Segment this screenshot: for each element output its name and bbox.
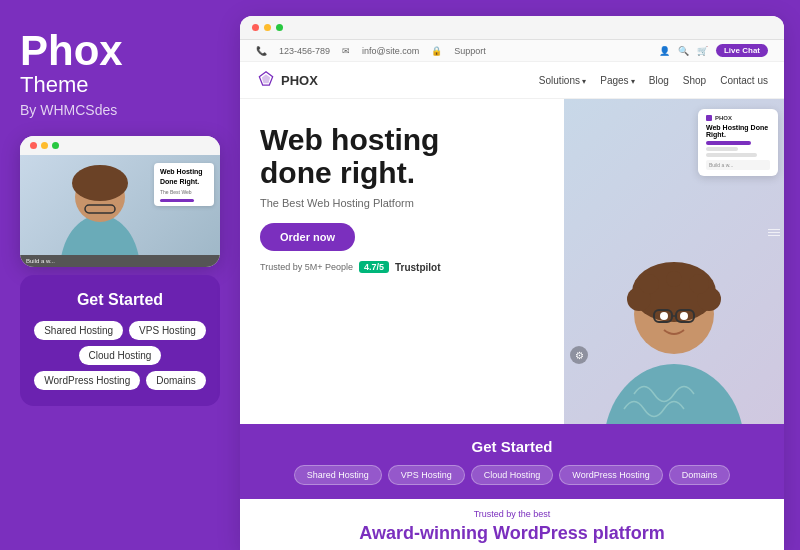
hero-heading-line1: Web hosting bbox=[260, 123, 439, 156]
phone-icon: 📞 bbox=[256, 46, 267, 56]
award-trusted-label: Trusted by the best bbox=[260, 509, 764, 519]
search-icon[interactable]: 🔍 bbox=[678, 46, 689, 56]
bar-2 bbox=[706, 147, 738, 151]
hero-heading-line2: done right. bbox=[260, 156, 415, 189]
order-now-button[interactable]: Order now bbox=[260, 223, 355, 251]
right-get-started-section: Get Started Shared Hosting VPS Hosting C… bbox=[240, 424, 784, 499]
left-get-started-card: Get Started Shared Hosting VPS Hosting C… bbox=[20, 275, 220, 406]
support-icon: 🔒 bbox=[431, 46, 442, 56]
site-nav-main: PHOX Solutions Pages Blog Shop Contact u… bbox=[240, 62, 784, 99]
trustpilot-label: Trustpilot bbox=[395, 262, 441, 273]
browser-dot-yellow bbox=[264, 24, 271, 31]
award-title: Award-winning WordPress platform bbox=[260, 523, 764, 544]
nav-contact[interactable]: Contact us bbox=[720, 75, 768, 86]
floating-card-icon bbox=[706, 115, 712, 121]
floating-card-heading: Web Hosting Done Right. bbox=[706, 124, 770, 138]
tag-shared-hosting[interactable]: Shared Hosting bbox=[34, 321, 123, 340]
floating-build-text: Build a w... bbox=[706, 160, 770, 170]
hero-left: Web hosting done right. The Best Web Hos… bbox=[240, 99, 564, 424]
hero-person-svg bbox=[564, 224, 784, 424]
browser-content: 📞 123-456-789 ✉ info@site.com 🔒 Support … bbox=[240, 40, 784, 550]
right-get-started-title: Get Started bbox=[260, 438, 764, 455]
browser-dot-green bbox=[276, 24, 283, 31]
svg-point-2 bbox=[72, 165, 128, 201]
site-logo: PHOX bbox=[256, 70, 318, 90]
bar-3 bbox=[706, 153, 757, 157]
award-title-part2: WordPress bbox=[493, 523, 588, 543]
trust-score: 4.7/5 bbox=[359, 261, 389, 273]
award-title-part1: Award-winning bbox=[359, 523, 493, 543]
svg-marker-5 bbox=[262, 74, 270, 83]
svg-point-13 bbox=[689, 274, 709, 294]
phone-overlay-heading: Web Hosting Done Right. bbox=[160, 167, 208, 187]
phone-overlay-sub: The Best Web bbox=[160, 189, 208, 196]
dot-red bbox=[30, 142, 37, 149]
tag-domains[interactable]: Domains bbox=[146, 371, 205, 390]
tag-vps-hosting[interactable]: VPS Hosting bbox=[129, 321, 206, 340]
phone-text-overlay: Web Hosting Done Right. The Best Web bbox=[154, 163, 214, 206]
left-get-started-title: Get Started bbox=[34, 291, 206, 309]
gs-tag-domains[interactable]: Domains bbox=[669, 465, 731, 485]
email-icon: ✉ bbox=[342, 46, 350, 56]
bar-1 bbox=[706, 141, 751, 145]
browser-dot-red bbox=[252, 24, 259, 31]
svg-point-12 bbox=[639, 274, 659, 294]
site-hero: Web hosting done right. The Best Web Hos… bbox=[240, 99, 784, 424]
floating-ui-card: PHOX Web Hosting Done Right. Build a w..… bbox=[698, 109, 778, 176]
left-panel: Phox Theme By WHMCSdes Web Hosting Done … bbox=[0, 0, 240, 550]
svg-point-14 bbox=[666, 271, 682, 287]
svg-point-15 bbox=[660, 312, 668, 320]
gs-tag-vps[interactable]: VPS Hosting bbox=[388, 465, 465, 485]
right-get-started-tags: Shared Hosting VPS Hosting Cloud Hosting… bbox=[260, 465, 764, 485]
left-hosting-tags: Shared Hosting VPS Hosting Cloud Hosting… bbox=[34, 321, 206, 390]
hero-heading: Web hosting done right. bbox=[260, 123, 544, 189]
phone-top-bar bbox=[20, 136, 220, 155]
gs-tag-cloud[interactable]: Cloud Hosting bbox=[471, 465, 554, 485]
site-logo-text: PHOX bbox=[281, 73, 318, 88]
nav-shop[interactable]: Shop bbox=[683, 75, 706, 86]
browser-top-bar bbox=[240, 16, 784, 40]
gs-tag-wordpress[interactable]: WordPress Hosting bbox=[559, 465, 662, 485]
cart-icon[interactable]: 🛒 bbox=[697, 46, 708, 56]
gs-tag-shared[interactable]: Shared Hosting bbox=[294, 465, 382, 485]
brand-title: Phox bbox=[20, 30, 123, 72]
trust-bar: Trusted by 5M+ People 4.7/5 Trustpilot bbox=[260, 261, 544, 273]
dot-yellow bbox=[41, 142, 48, 149]
live-chat-button[interactable]: Live Chat bbox=[716, 44, 768, 57]
award-title-part3: platform bbox=[588, 523, 665, 543]
svg-point-16 bbox=[680, 312, 688, 320]
phone-mockup: Web Hosting Done Right. The Best Web Bui… bbox=[20, 136, 220, 267]
hero-subtext: The Best Web Hosting Platform bbox=[260, 197, 544, 209]
tag-cloud-hosting[interactable]: Cloud Hosting bbox=[79, 346, 162, 365]
phone-overlay-bar bbox=[160, 199, 194, 202]
brand-by: By WHMCSdes bbox=[20, 102, 117, 118]
dot-green bbox=[52, 142, 59, 149]
person-icon: 👤 bbox=[659, 46, 670, 56]
resize-handle bbox=[768, 229, 780, 236]
floating-card-bars bbox=[706, 141, 770, 157]
award-section: Trusted by the best Award-winning WordPr… bbox=[240, 499, 784, 550]
nav-solutions[interactable]: Solutions bbox=[539, 75, 586, 86]
site-nav-links: Solutions Pages Blog Shop Contact us bbox=[539, 75, 768, 86]
site-nav-top: 📞 123-456-789 ✉ info@site.com 🔒 Support … bbox=[240, 40, 784, 62]
tag-wordpress-hosting[interactable]: WordPress Hosting bbox=[34, 371, 140, 390]
nav-blog[interactable]: Blog bbox=[649, 75, 669, 86]
hero-right: PHOX Web Hosting Done Right. Build a w..… bbox=[564, 99, 784, 424]
support-link[interactable]: Support bbox=[454, 46, 486, 56]
floating-card-brand: PHOX bbox=[715, 115, 732, 121]
phone-hero: Web Hosting Done Right. The Best Web bbox=[20, 155, 220, 255]
phone-build-bar: Build a w... bbox=[20, 255, 220, 267]
nav-top-right: 👤 🔍 🛒 Live Chat bbox=[659, 44, 768, 57]
nav-pages[interactable]: Pages bbox=[600, 75, 635, 86]
brand-subtitle: Theme bbox=[20, 72, 88, 98]
email-address: info@site.com bbox=[362, 46, 419, 56]
nav-top-left: 📞 123-456-789 ✉ info@site.com 🔒 Support bbox=[256, 46, 486, 56]
trust-text: Trusted by 5M+ People bbox=[260, 262, 353, 272]
gear-icon-overlay[interactable]: ⚙ bbox=[570, 346, 588, 364]
right-panel: 📞 123-456-789 ✉ info@site.com 🔒 Support … bbox=[240, 16, 784, 550]
phone-number: 123-456-789 bbox=[279, 46, 330, 56]
phox-logo-icon bbox=[256, 70, 276, 90]
